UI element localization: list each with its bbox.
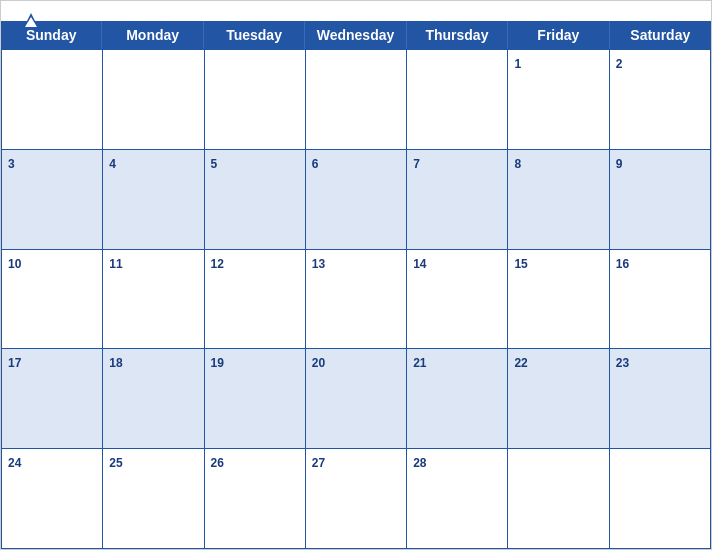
- calendar-cell: 12: [205, 249, 306, 349]
- date-number: 25: [109, 456, 122, 470]
- day-header-thursday: Thursday: [407, 21, 508, 49]
- date-number: 12: [211, 257, 224, 271]
- day-header-monday: Monday: [102, 21, 203, 49]
- date-number: 2: [616, 57, 623, 71]
- calendar-container: SundayMondayTuesdayWednesdayThursdayFrid…: [0, 0, 712, 550]
- date-number: 19: [211, 356, 224, 370]
- date-number: 14: [413, 257, 426, 271]
- calendar-cell: [508, 448, 609, 548]
- calendar-cell: [2, 49, 103, 149]
- calendar-cell: [610, 448, 711, 548]
- calendar-cell: 19: [205, 348, 306, 448]
- day-header-tuesday: Tuesday: [204, 21, 305, 49]
- date-number: 11: [109, 257, 122, 271]
- date-number: 13: [312, 257, 325, 271]
- day-header-sunday: Sunday: [1, 21, 102, 49]
- calendar-cell: [205, 49, 306, 149]
- calendar-cell: [407, 49, 508, 149]
- calendar-cell: 25: [103, 448, 204, 548]
- logo-area: [21, 11, 47, 35]
- date-number: 21: [413, 356, 426, 370]
- day-header-saturday: Saturday: [610, 21, 711, 49]
- date-number: 23: [616, 356, 629, 370]
- date-number: 16: [616, 257, 629, 271]
- calendar-cell: 20: [306, 348, 407, 448]
- date-number: 24: [8, 456, 21, 470]
- calendar-cell: 28: [407, 448, 508, 548]
- date-number: 17: [8, 356, 21, 370]
- date-number: 10: [8, 257, 21, 271]
- calendar-cell: 1: [508, 49, 609, 149]
- calendar-cell: [306, 49, 407, 149]
- calendar-header: [1, 1, 711, 21]
- date-number: 5: [211, 157, 218, 171]
- date-number: 3: [8, 157, 15, 171]
- calendar-grid: 1234567891011121314151617181920212223242…: [1, 49, 711, 549]
- days-header: SundayMondayTuesdayWednesdayThursdayFrid…: [1, 21, 711, 49]
- calendar-cell: 4: [103, 149, 204, 249]
- calendar-cell: 8: [508, 149, 609, 249]
- calendar-cell: 13: [306, 249, 407, 349]
- calendar-cell: 24: [2, 448, 103, 548]
- day-header-wednesday: Wednesday: [305, 21, 406, 49]
- day-header-friday: Friday: [508, 21, 609, 49]
- calendar-cell: 2: [610, 49, 711, 149]
- calendar-cell: 27: [306, 448, 407, 548]
- date-number: 7: [413, 157, 420, 171]
- calendar-cell: 3: [2, 149, 103, 249]
- calendar-cell: 21: [407, 348, 508, 448]
- calendar-cell: 10: [2, 249, 103, 349]
- date-number: 27: [312, 456, 325, 470]
- date-number: 28: [413, 456, 426, 470]
- logo-icon: [21, 11, 41, 35]
- date-number: 6: [312, 157, 319, 171]
- calendar-cell: 16: [610, 249, 711, 349]
- date-number: 26: [211, 456, 224, 470]
- calendar-cell: 5: [205, 149, 306, 249]
- calendar-cell: 18: [103, 348, 204, 448]
- date-number: 8: [514, 157, 521, 171]
- calendar-cell: 17: [2, 348, 103, 448]
- calendar-cell: 9: [610, 149, 711, 249]
- calendar-cell: 14: [407, 249, 508, 349]
- date-number: 15: [514, 257, 527, 271]
- calendar-cell: 22: [508, 348, 609, 448]
- calendar-cell: 26: [205, 448, 306, 548]
- date-number: 4: [109, 157, 116, 171]
- date-number: 20: [312, 356, 325, 370]
- calendar-cell: 7: [407, 149, 508, 249]
- date-number: 18: [109, 356, 122, 370]
- calendar-cell: 15: [508, 249, 609, 349]
- calendar-cell: 23: [610, 348, 711, 448]
- date-number: 1: [514, 57, 521, 71]
- calendar-cell: [103, 49, 204, 149]
- date-number: 22: [514, 356, 527, 370]
- calendar-cell: 11: [103, 249, 204, 349]
- date-number: 9: [616, 157, 623, 171]
- calendar-cell: 6: [306, 149, 407, 249]
